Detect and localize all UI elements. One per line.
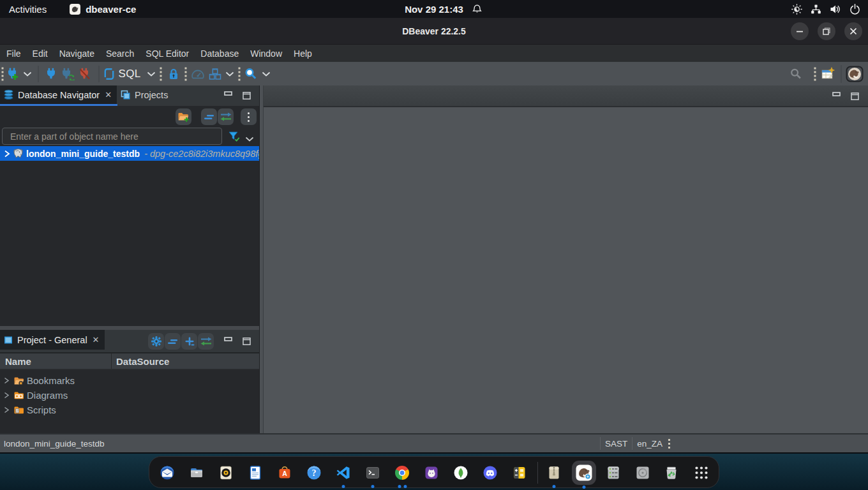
tab-project-general[interactable]: Project - General ✕: [0, 330, 105, 350]
statusbar-locale[interactable]: en_ZA: [632, 434, 667, 452]
dock-icon-github-desktop[interactable]: [424, 465, 439, 480]
tab-close-icon[interactable]: ✕: [93, 336, 100, 344]
menu-search[interactable]: Search: [100, 45, 140, 62]
dock-icon-chrome[interactable]: [395, 466, 409, 480]
expander-chevron-icon[interactable]: [4, 377, 10, 384]
project-link-with-editor-button[interactable]: [198, 333, 214, 350]
new-connection-button[interactable]: [6, 67, 20, 81]
dbeaver-profile-button[interactable]: [846, 66, 864, 82]
panel-maximize-icon[interactable]: [851, 93, 859, 100]
column-header-datasource[interactable]: DataSource: [112, 353, 259, 369]
dock-icon-trash[interactable]: [664, 465, 679, 480]
statusbar-timezone[interactable]: SAST: [601, 434, 632, 452]
statusbar-connection[interactable]: london_mini_guide_testdb: [4, 434, 105, 452]
toolbar-separator: [841, 65, 842, 83]
menu-help[interactable]: Help: [288, 45, 318, 62]
panel-maximize-icon[interactable]: [243, 338, 251, 345]
window-titlebar[interactable]: DBeaver 22.2.5: [0, 18, 868, 45]
quick-search-icon[interactable]: [790, 68, 802, 80]
collapse-all-button[interactable]: [201, 108, 217, 125]
connection-name: london_mini_guide_testdb: [26, 149, 140, 159]
dock-icon-thunderbird[interactable]: [160, 465, 175, 480]
system-status-area[interactable]: [791, 0, 868, 18]
dock-icon-discord[interactable]: [483, 465, 498, 480]
dock-icon-mongodb-compass[interactable]: [453, 465, 468, 480]
dock-icon-terminal[interactable]: [365, 465, 380, 480]
new-connection-dropdown-chevron[interactable]: [23, 71, 32, 77]
menu-database[interactable]: Database: [195, 45, 244, 62]
connect-button[interactable]: [46, 68, 57, 80]
dock-icon-dbeaver[interactable]: [576, 464, 593, 482]
diagrams-folder-icon: [13, 390, 24, 401]
menu-edit[interactable]: Edit: [27, 45, 54, 62]
database-navigator-icon: [3, 89, 14, 100]
navigator-filter-row: [0, 127, 259, 146]
running-indicator: [583, 486, 586, 489]
navigator-view-menu-button[interactable]: [241, 108, 257, 125]
statusbar-handle[interactable]: [668, 439, 670, 449]
editor-empty-area[interactable]: [264, 107, 868, 433]
project-expand-all-button[interactable]: [181, 333, 197, 350]
panel-minimize-icon[interactable]: [224, 91, 232, 98]
minimize-button[interactable]: [791, 22, 809, 40]
menu-window[interactable]: Window: [244, 45, 288, 62]
tree-row-bookmarks[interactable]: Bookmarks: [0, 373, 259, 388]
main-area: Database Navigator ✕ Projects: [0, 85, 868, 433]
lock-button[interactable]: [168, 68, 179, 80]
connection-tree-item[interactable]: london_mini_guide_testdb - dpg-ce2c8i82i…: [0, 146, 259, 161]
show-apps-button[interactable]: [694, 466, 708, 480]
panel-minimize-icon[interactable]: [224, 336, 232, 344]
column-header-name[interactable]: Name: [0, 353, 112, 369]
restore-button[interactable]: [818, 22, 835, 40]
object-filter-input[interactable]: [2, 128, 222, 145]
dock-icon-ubuntu-software[interactable]: A: [277, 465, 292, 480]
new-connection-folder-button[interactable]: [176, 108, 191, 125]
expander-chevron-icon[interactable]: [4, 406, 10, 413]
tab-database-navigator[interactable]: Database Navigator ✕: [0, 85, 117, 104]
new-sql-editor-icon[interactable]: [103, 67, 116, 81]
driver-dropdown-chevron[interactable]: [225, 71, 234, 77]
menu-navigate[interactable]: Navigate: [54, 45, 100, 62]
reconnect-button[interactable]: [61, 68, 75, 80]
tree-row-scripts[interactable]: Scripts: [0, 403, 259, 417]
activities-button[interactable]: Activities: [9, 4, 47, 15]
dock-icon-disks[interactable]: [635, 465, 650, 480]
driver-manager-button[interactable]: [209, 68, 222, 80]
desktop-strip: A ?: [0, 452, 868, 490]
sql-editor-label[interactable]: SQL: [119, 68, 141, 80]
search-dropdown-chevron[interactable]: [262, 71, 271, 77]
panel-maximize-icon[interactable]: [243, 92, 251, 100]
panel-minimize-icon[interactable]: [832, 91, 841, 99]
project-general-icon: [3, 335, 13, 345]
menu-sql-editor[interactable]: SQL Editor: [140, 45, 195, 62]
dock-icon-files[interactable]: [189, 465, 204, 480]
link-with-editor-button[interactable]: [218, 108, 234, 125]
open-new-window-button[interactable]: [820, 66, 835, 82]
menu-file[interactable]: File: [1, 45, 27, 62]
dock-icon-archive-manager[interactable]: [546, 465, 562, 480]
project-properties-button[interactable]: [148, 333, 164, 350]
dock-icon-vscode[interactable]: [336, 465, 351, 480]
dock-icon-calculator[interactable]: [512, 465, 527, 480]
dock-icon-settings-list[interactable]: [606, 465, 621, 480]
filter-dropdown-chevron[interactable]: [245, 133, 254, 144]
dock-icon-rhythmbox[interactable]: [218, 465, 234, 480]
toolbar-drag-handle[interactable]: [2, 67, 4, 80]
tree-row-diagrams[interactable]: Diagrams: [0, 388, 259, 403]
vertical-sash[interactable]: [259, 85, 264, 433]
brightness-icon: [791, 4, 802, 15]
dock-icon-help[interactable]: ?: [306, 465, 322, 480]
dashboard-button[interactable]: [191, 68, 205, 80]
close-button[interactable]: [844, 22, 862, 40]
filter-funnel-icon[interactable]: [227, 130, 241, 146]
expander-chevron-icon[interactable]: [4, 150, 10, 158]
search-button[interactable]: [244, 68, 257, 80]
disconnect-button[interactable]: [79, 68, 91, 80]
tab-close-icon[interactable]: ✕: [105, 91, 112, 99]
dock-icon-libreoffice-writer[interactable]: [248, 465, 263, 480]
sql-editor-dropdown-chevron[interactable]: [147, 71, 156, 77]
expander-chevron-icon[interactable]: [4, 392, 10, 399]
tab-projects[interactable]: Projects: [117, 85, 173, 104]
focused-app-indicator[interactable]: dbeaver-ce: [70, 4, 136, 15]
project-collapse-all-button[interactable]: [165, 333, 181, 350]
